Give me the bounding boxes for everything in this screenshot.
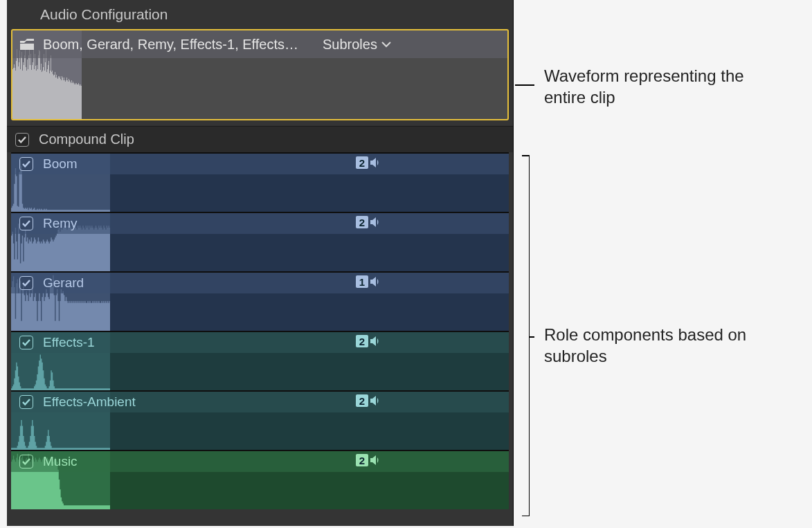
- component-checkbox[interactable]: [19, 276, 33, 290]
- compound-clip-row: Compound Clip: [7, 126, 513, 152]
- checkmark-icon: [17, 135, 27, 145]
- component-checkbox[interactable]: [19, 395, 33, 409]
- chevron-down-icon: [381, 41, 391, 48]
- compound-clip-label: Compound Clip: [39, 131, 134, 147]
- component-effects-ambient[interactable]: Effects-Ambient2: [11, 390, 509, 450]
- component-label: Boom: [43, 156, 78, 172]
- component-label: Gerard: [43, 275, 84, 291]
- speaker-icon: [370, 336, 381, 346]
- component-label: Effects-Ambient: [43, 394, 136, 410]
- channel-badge[interactable]: 2: [356, 394, 381, 407]
- callout-waveform: Waveform representing the entire clip: [544, 65, 786, 108]
- component-boom[interactable]: Boom2: [11, 152, 509, 212]
- component-titlebar: Gerard: [11, 273, 509, 293]
- component-remy[interactable]: Remy2: [11, 212, 509, 271]
- speaker-icon: [370, 277, 381, 286]
- component-effects-1[interactable]: Effects-12: [11, 331, 509, 390]
- component-music[interactable]: Music2: [11, 450, 509, 509]
- compound-clip-icon: [19, 38, 35, 51]
- channel-count: 1: [356, 275, 368, 288]
- channel-count: 2: [356, 454, 368, 466]
- checkmark-icon: [21, 338, 31, 347]
- component-checkbox[interactable]: [19, 217, 33, 230]
- component-titlebar: Music: [11, 451, 509, 472]
- component-checkbox[interactable]: [19, 455, 33, 468]
- component-titlebar: Boom: [11, 154, 509, 174]
- component-label: Music: [43, 454, 78, 469]
- channel-count: 2: [356, 156, 368, 169]
- channel-badge[interactable]: 1: [356, 275, 381, 288]
- component-gerard[interactable]: Gerard1: [11, 271, 509, 331]
- channel-badge[interactable]: 2: [356, 216, 381, 228]
- speaker-icon: [370, 158, 381, 167]
- speaker-icon: [370, 217, 381, 227]
- clip-name: Boom, Gerard, Remy, Effects-1, Effects-A…: [43, 37, 299, 53]
- clip-waveform-area[interactable]: Boom, Gerard, Remy, Effects-1, Effects-A…: [11, 29, 509, 120]
- component-label: Effects-1: [43, 335, 95, 350]
- channel-count: 2: [356, 216, 368, 228]
- callout-components: Role components based on subroles: [544, 324, 786, 367]
- checkmark-icon: [21, 219, 31, 228]
- audio-config-panel: Audio Configuration Boom, Gerard, Remy, …: [7, 0, 514, 526]
- speaker-icon: [370, 455, 381, 465]
- subroles-dropdown[interactable]: Subroles: [323, 37, 391, 53]
- components-list: Boom2Remy2Gerard1Effects-12Effects-Ambie…: [11, 152, 509, 526]
- component-checkbox[interactable]: [19, 336, 33, 349]
- checkmark-icon: [21, 397, 31, 407]
- component-label: Remy: [43, 216, 78, 231]
- channel-badge[interactable]: 2: [356, 156, 381, 169]
- component-checkbox[interactable]: [19, 157, 33, 171]
- channel-badge[interactable]: 2: [356, 454, 381, 466]
- channel-badge[interactable]: 2: [356, 335, 381, 347]
- checkmark-icon: [21, 159, 31, 169]
- component-titlebar: Effects-Ambient: [11, 392, 509, 412]
- checkmark-icon: [21, 278, 31, 288]
- component-titlebar: Effects-1: [11, 332, 509, 353]
- channel-count: 2: [356, 335, 368, 347]
- subroles-label: Subroles: [323, 37, 377, 53]
- clip-titlebar: Boom, Gerard, Remy, Effects-1, Effects-A…: [12, 30, 507, 58]
- channel-count: 2: [356, 394, 368, 407]
- compound-clip-checkbox[interactable]: [15, 133, 29, 147]
- section-title: Audio Configuration: [7, 0, 513, 29]
- checkmark-icon: [21, 457, 31, 466]
- speaker-icon: [370, 396, 381, 406]
- component-titlebar: Remy: [11, 213, 509, 234]
